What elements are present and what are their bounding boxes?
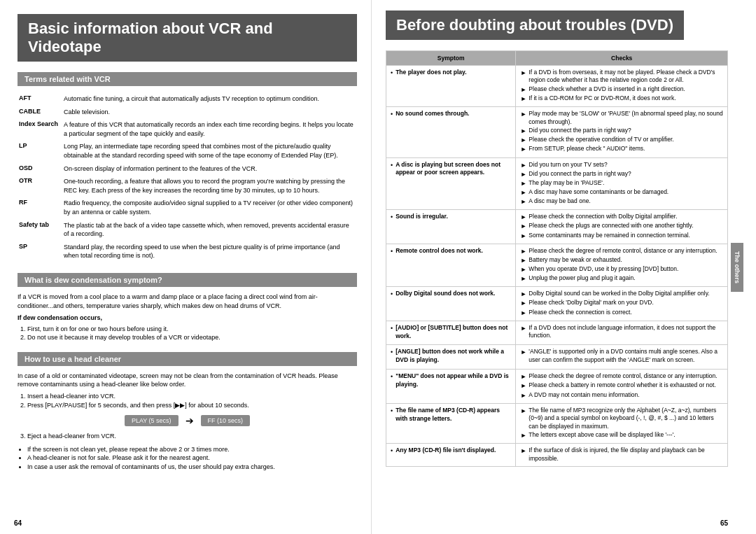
term-name: Index Search — [19, 119, 62, 139]
head-cleaner-notes: If the screen is not clean yet, please r… — [27, 445, 357, 472]
symptom-text: Any MP3 (CD-R) file isn't displayed. — [396, 447, 496, 455]
if-dew-label: If dew condensation occurs, — [18, 314, 357, 323]
left-title: Basic information about VCR and Videotap… — [18, 14, 357, 62]
the-others-tab: The others — [731, 242, 743, 291]
check-arrow-icon: ► — [520, 256, 526, 265]
symptom-text: A disc is playing but screen does not ap… — [396, 161, 511, 178]
term-definition: The plastic tab at the back of a video t… — [64, 220, 356, 240]
term-row: OTROne-touch recording, a feature that a… — [19, 176, 356, 196]
checks-item: ►Please check the degree of remote contr… — [520, 247, 723, 255]
checks-item: ►Some contaminants may be remained in co… — [520, 232, 723, 240]
checks-item: ►The file name of MP3 recognize only the… — [520, 407, 723, 430]
checks-cell: ►The file name of MP3 recognize only the… — [516, 403, 728, 444]
symptom-cell: •Remote control does not work. — [386, 244, 516, 287]
symptom-bullet-item: •"MENU" does not appear while a DVD is p… — [391, 372, 511, 389]
bullet-dot: • — [391, 213, 393, 222]
checks-item: ►If a DVD does not include language info… — [520, 324, 723, 340]
checks-cell: ►Please check the degree of remote contr… — [516, 244, 728, 287]
term-name: CABLE — [19, 106, 62, 118]
check-arrow-icon: ► — [520, 127, 526, 135]
checks-item: ►The letters except above case will be d… — [520, 431, 723, 440]
term-row: RFRadio frequency, the composite audio/v… — [19, 197, 356, 218]
bullet-dot: • — [391, 324, 393, 333]
check-text: From SETUP, please check " AUDIO" items. — [528, 145, 645, 153]
checks-item: ►Unplug the power plug and plug it again… — [520, 274, 723, 283]
checks-cell: ►Play mode may be 'SLOW' or 'PAUSE' (In … — [516, 107, 728, 157]
symptom-row: •Remote control does not work.►Please ch… — [386, 244, 728, 287]
term-row: LPLong Play, an intermediate tape record… — [19, 141, 356, 161]
symptom-text: Sound is irregular. — [396, 213, 448, 221]
checks-item: ►If the surface of disk is injured, the … — [520, 447, 723, 463]
term-row: AFTAutomatic fine tuning, a circuit that… — [19, 93, 356, 105]
play-ff-diagram: PLAY (5 secs) ➔ FF (10 secs) — [18, 415, 357, 426]
symptom-bullet-item: •The file name of MP3 (CD-R) appears wit… — [391, 407, 511, 423]
checks-item: ►The play may be in 'PAUSE'. — [520, 179, 723, 188]
symptom-row: •No sound comes through.►Play mode may b… — [386, 107, 728, 157]
checks-item: ►Please check whether a DVD is inserted … — [520, 85, 723, 94]
symptom-row: •Dolby Digital sound does not work.►Dolb… — [386, 287, 728, 321]
check-arrow-icon: ► — [520, 247, 526, 255]
symptom-bullet-item: •Dolby Digital sound does not work. — [391, 290, 511, 299]
checks-cell: ►If the surface of disk is injured, the … — [516, 444, 728, 467]
check-text: A disc may be bad one. — [528, 197, 590, 205]
symptom-row: •"MENU" does not appear while a DVD is p… — [386, 370, 728, 403]
checks-header: Checks — [516, 51, 728, 66]
checks-cell: ►Dolby Digital sound can be worked in th… — [516, 287, 728, 321]
term-row: Safety tabThe plastic tab at the back of… — [19, 220, 356, 240]
bullet-dot: • — [391, 110, 393, 119]
checks-item: ►Please check the operative condition of… — [520, 136, 723, 144]
symptom-cell: •[AUDIO] or [SUBTITLE] button does not w… — [386, 321, 516, 345]
dew-condensation-section: If a VCR is moved from a cool place to a… — [18, 293, 357, 342]
check-text: 'ANGLE' is supported only in a DVD conta… — [528, 348, 723, 364]
check-text: The play may be in 'PAUSE'. — [528, 179, 604, 187]
checks-item: ►Play mode may be 'SLOW' or 'PAUSE' (In … — [520, 110, 723, 126]
head-cleaner-section: In case of a old or contaminated videota… — [18, 372, 357, 472]
bullet-dot: • — [391, 247, 393, 256]
checks-cell: ►If a DVD is from overseas, it may not b… — [516, 66, 728, 107]
check-text: Play mode may be 'SLOW' or 'PAUSE' (In a… — [528, 110, 723, 126]
check-text: Did you connect the parts in right way? — [528, 170, 631, 178]
check-arrow-icon: ► — [520, 381, 526, 390]
checks-item: ►A disc may have some contaminants or be… — [520, 188, 723, 197]
term-definition: Standard play, the recording speed to us… — [64, 241, 356, 262]
check-text: Please check the degree of remote contro… — [528, 247, 717, 255]
symptom-bullet-item: •Remote control does not work. — [391, 247, 511, 256]
head-cleaner-description: In case of a old or contaminated videota… — [18, 372, 357, 389]
check-arrow-icon: ► — [520, 136, 526, 144]
bullet-dot: • — [391, 290, 393, 299]
check-arrow-icon: ► — [520, 309, 526, 317]
page-number-right: 65 — [720, 519, 728, 527]
symptom-text: The player does not play. — [396, 69, 466, 77]
check-arrow-icon: ► — [520, 197, 526, 206]
term-name: AFT — [19, 93, 62, 105]
term-definition: On-screen display of information pertine… — [64, 163, 356, 175]
check-arrow-icon: ► — [520, 324, 526, 332]
check-text: If the surface of disk is injured, the f… — [528, 447, 723, 463]
arrow-right-icon: ➔ — [186, 415, 194, 426]
checks-item: ►Please check a battery in remote contro… — [520, 381, 723, 390]
section3-header: How to use a head cleaner — [18, 352, 357, 366]
check-text: Did you turn on your TV sets? — [528, 161, 607, 169]
symptom-bullet-item: •A disc is playing but screen does not a… — [391, 161, 511, 178]
check-text: If it is a CD-ROM for PC or DVD-ROM, it … — [528, 94, 676, 102]
check-text: When you operate DVD, use it by pressing… — [528, 265, 678, 273]
term-definition: A feature of this VCR that automatically… — [64, 119, 356, 139]
term-name: SP — [19, 241, 62, 262]
head-cleaner-step3: Eject a head-cleaner from VCR. — [27, 432, 357, 441]
bullet-dot: • — [391, 447, 393, 456]
head-cleaner-note: If the screen is not clean yet, please r… — [27, 445, 357, 454]
term-row: OSDOn-screen display of information pert… — [19, 163, 356, 175]
checks-item: ►Did you connect the parts in right way? — [520, 127, 723, 135]
left-page: Basic information about VCR and Videotap… — [0, 0, 371, 534]
symptom-bullet-item: •[ANGLE] button does not work while a DV… — [391, 348, 511, 365]
symptom-cell: •[ANGLE] button does not work while a DV… — [386, 345, 516, 370]
term-definition: Radio frequency, the composite audio/vid… — [64, 197, 356, 218]
symptom-row: •A disc is playing but screen does not a… — [386, 157, 728, 210]
symptom-cell: •Dolby Digital sound does not work. — [386, 287, 516, 321]
bullet-dot: • — [391, 407, 393, 416]
symptom-row: •Sound is irregular.►Please check the co… — [386, 210, 728, 244]
check-text: Please check the connection is correct. — [528, 309, 631, 316]
check-text: Please check the plugs are connected wit… — [528, 222, 693, 230]
checks-item: ►Please check the connection with Dolby … — [520, 213, 723, 221]
symptom-cell: •"MENU" does not appear while a DVD is p… — [386, 370, 516, 403]
